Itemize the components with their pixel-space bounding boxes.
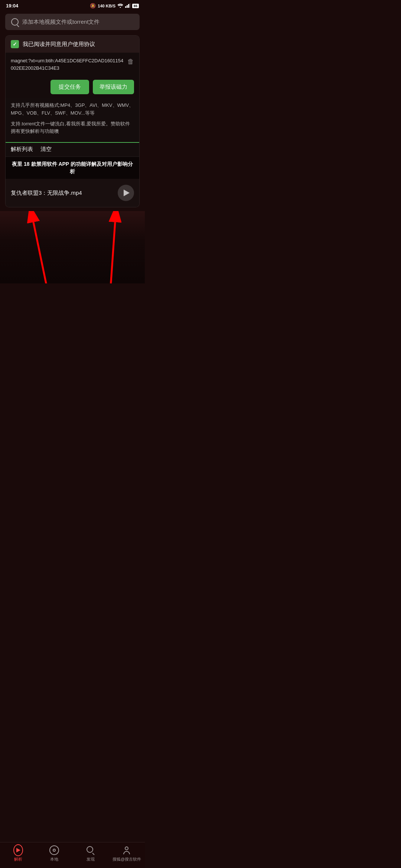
- wifi-icon: [117, 3, 123, 9]
- magnet-area[interactable]: magnet:?xt=urn:btih:A45E1DC6EFFC2DAD1601…: [6, 53, 139, 76]
- file-info: 复仇者联盟3：无限战争.mp4: [11, 190, 113, 197]
- parse-actions: 解析列表 清空: [6, 142, 139, 157]
- signal-icon: [125, 3, 130, 9]
- info-section: 支持几乎所有视频格式:MP4、3GP、AVI、MKV、WMV、MPG、VOB、F…: [6, 98, 139, 142]
- banner: 夜里 18 款禁用软件 APP 的功能详解及对用户影响分析: [6, 157, 139, 179]
- parse-list-button[interactable]: 解析列表: [11, 146, 33, 153]
- clear-button[interactable]: 清空: [40, 146, 52, 153]
- delete-icon[interactable]: 🗑: [127, 58, 134, 66]
- search-icon: [11, 18, 19, 26]
- agreement-label: 我已阅读并同意用户使用协议: [23, 41, 95, 48]
- report-button[interactable]: 举报该磁力: [93, 80, 134, 94]
- file-item[interactable]: 复仇者联盟3：无限战争.mp4: [6, 179, 139, 207]
- dark-background: [0, 211, 145, 283]
- svg-point-0: [120, 7, 121, 8]
- mute-icon: 🔕: [90, 3, 96, 9]
- svg-rect-2: [127, 5, 128, 8]
- time: 19:04: [6, 3, 18, 9]
- submit-button[interactable]: 提交任务: [50, 80, 89, 94]
- svg-line-8: [108, 222, 115, 283]
- magnet-text[interactable]: magnet:?xt=urn:btih:A45E1DC6EFFC2DAD1601…: [11, 57, 124, 72]
- formats-info: 支持几乎所有视频格式:MP4、3GP、AVI、MKV、WMV、MPG、VOB、F…: [11, 102, 134, 117]
- battery: 65: [132, 4, 139, 8]
- arrows-overlay: [0, 211, 145, 283]
- file-name: 复仇者联盟3：无限战争.mp4: [11, 190, 82, 196]
- svg-rect-1: [125, 6, 126, 8]
- agreement-row[interactable]: 我已阅读并同意用户使用协议: [6, 36, 139, 53]
- action-buttons: 提交任务 举报该磁力: [6, 76, 139, 98]
- play-button[interactable]: [118, 185, 134, 201]
- svg-rect-3: [128, 4, 129, 8]
- search-placeholder: 添加本地视频文件或torrent文件: [22, 19, 100, 26]
- svg-line-7: [33, 222, 56, 283]
- svg-rect-4: [130, 3, 130, 8]
- play-icon: [124, 190, 130, 196]
- main-content: 添加本地视频文件或torrent文件 我已阅读并同意用户使用协议 magnet:…: [0, 10, 145, 211]
- agreement-checkbox[interactable]: [11, 40, 19, 48]
- search-bar[interactable]: 添加本地视频文件或torrent文件: [5, 14, 140, 30]
- banner-text: 夜里 18 款禁用软件 APP 的功能详解及对用户影响分析: [12, 161, 133, 174]
- torrent-info: 支持.torrent文件一键洗白,看我所看,爱我所爱。赞助软件拥有更快解析与功能…: [11, 120, 134, 136]
- status-bar: 19:04 🔕 140 KB/S 65: [0, 0, 145, 10]
- main-card: 我已阅读并同意用户使用协议 magnet:?xt=urn:btih:A45E1D…: [5, 35, 140, 207]
- network-speed: 140 KB/S: [98, 4, 115, 8]
